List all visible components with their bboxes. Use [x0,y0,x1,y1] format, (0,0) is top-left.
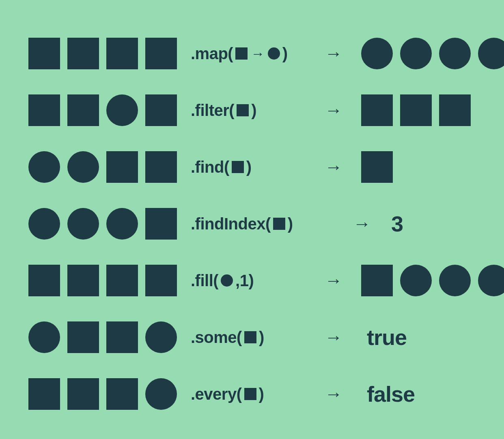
method-name: .some [191,328,237,347]
method-call: .fill(,1 ) [191,272,325,290]
output-array [361,94,471,126]
input-array [28,151,191,183]
square-shape [361,265,393,296]
square-shape [67,94,99,126]
method-row-every: .every()→false [28,377,476,411]
circle-shape [145,378,177,410]
square-shape [28,265,60,296]
square-shape [361,94,393,126]
method-call: .filter() [191,101,325,120]
method-row-some: .some()→true [28,320,476,354]
result-arrow-icon: → [353,214,386,234]
method-call: .find() [191,158,325,176]
method-row-findIndex: .findIndex()→3 [28,207,476,241]
square-shape [67,321,99,353]
input-array [28,265,191,296]
square-shape [106,378,138,410]
circle-shape [28,208,60,240]
circle-shape [106,208,138,240]
square-shape [28,38,60,69]
output-array [361,38,504,69]
circle-shape [28,151,60,183]
square-shape [67,38,99,69]
result-arrow-icon: → [325,100,361,120]
square-shape [145,208,177,240]
input-array [28,94,191,126]
circle-shape [361,38,393,69]
square-shape [244,388,256,400]
input-array [28,208,191,240]
square-shape [145,94,177,126]
square-shape [67,265,99,296]
square-shape [400,94,432,126]
method-row-fill: .fill(,1 )→ [28,263,476,298]
method-call: .map(→) [191,45,325,63]
square-shape [232,161,244,173]
circle-shape [400,38,432,69]
output-value: 3 [386,211,403,236]
square-shape [106,321,138,353]
circle-shape [478,265,504,296]
square-shape [28,378,60,410]
method-name: .map [191,45,228,63]
square-shape [106,151,138,183]
method-row-map: .map(→)→ [28,36,476,71]
input-array [28,38,191,69]
square-shape [237,104,249,116]
result-arrow-icon: → [325,327,361,347]
circle-shape [268,47,280,60]
method-call: .every() [191,385,325,403]
output-array [361,265,504,296]
square-shape [106,265,138,296]
square-shape [361,151,393,183]
arrow-icon: → [251,46,265,62]
result-arrow-icon: → [325,270,361,291]
square-shape [273,218,285,230]
output-value: true [361,325,407,350]
circle-shape [67,151,99,183]
diagram-rows: .map(→)→.filter()→.find()→.findIndex()→3… [28,36,476,411]
square-shape [244,331,256,343]
output-value: false [361,381,415,407]
square-shape [145,265,177,296]
circle-shape [221,274,233,287]
circle-shape [439,265,471,296]
circle-shape [67,208,99,240]
circle-shape [106,94,138,126]
square-shape [106,38,138,69]
result-arrow-icon: → [325,157,361,177]
circle-shape [400,265,432,296]
circle-shape [478,38,504,69]
square-shape [439,94,471,126]
result-arrow-icon: → [325,43,361,64]
method-name: .findIndex [191,215,265,233]
square-shape [235,47,248,60]
circle-shape [28,321,60,353]
input-array [28,321,191,353]
result-arrow-icon: → [325,384,361,404]
method-name: .every [191,385,237,403]
method-call: .some() [191,328,325,347]
method-name: .find [191,158,224,176]
method-call: .findIndex() [191,215,353,233]
square-shape [28,94,60,126]
square-shape [145,151,177,183]
circle-shape [145,321,177,353]
output-array [361,151,393,183]
square-shape [67,378,99,410]
method-name: .fill [191,272,213,290]
method-name: .filter [191,101,229,120]
method-row-find: .find()→ [28,150,476,184]
circle-shape [439,38,471,69]
square-shape [145,38,177,69]
method-row-filter: .filter()→ [28,93,476,127]
input-array [28,378,191,410]
